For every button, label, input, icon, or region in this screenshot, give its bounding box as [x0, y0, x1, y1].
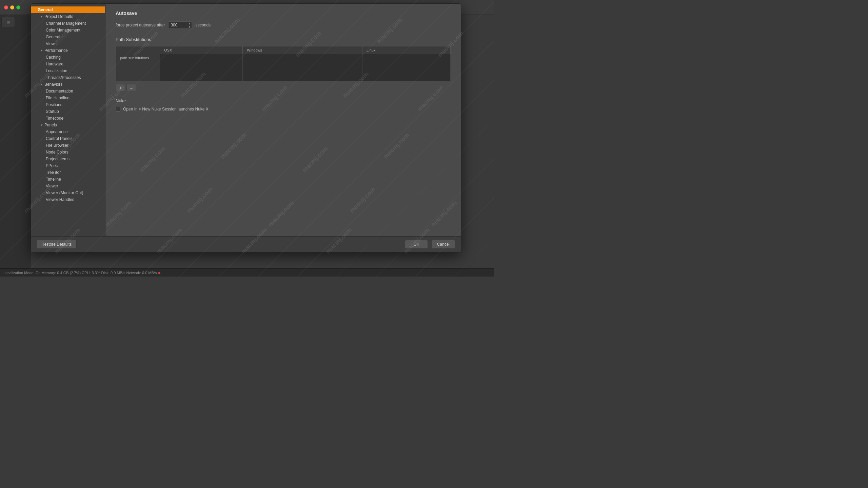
- triangle-behaviors: ▼: [40, 83, 43, 86]
- sidebar-item-ppriec[interactable]: PPriec: [31, 162, 105, 169]
- sidebar-item-general[interactable]: ▼ General: [31, 6, 105, 13]
- sidebar-item-performance[interactable]: ▼ Performance: [31, 47, 105, 54]
- triangle-panels: ▼: [40, 124, 43, 127]
- preferences-footer: Restore Defaults OK Cancel: [31, 236, 461, 252]
- triangle-general: ▼: [34, 8, 36, 12]
- sidebar-item-general-sub[interactable]: General: [31, 34, 105, 40]
- nuke-checkbox-row: Open In > New Nuke Session launches Nuke…: [116, 107, 451, 111]
- sidebar-item-behaviors[interactable]: ▼ Behaviors: [31, 81, 105, 88]
- status-text: Localization Mode: On Memory: 0.4 GB (2.…: [3, 271, 157, 275]
- sidebar-item-viewer[interactable]: Viewer: [31, 183, 105, 189]
- autosave-value: 300: [169, 23, 187, 27]
- panel-icon-properties[interactable]: ⊞: [1, 17, 15, 27]
- autosave-spinbox[interactable]: 300 ▲ ▼: [168, 21, 192, 29]
- ok-button[interactable]: OK: [405, 240, 428, 249]
- sidebar-item-timecode[interactable]: Timecode: [31, 115, 105, 122]
- autosave-row: force project autosave after 300 ▲ ▼ sec…: [116, 21, 451, 29]
- spinbox-down[interactable]: ▼: [187, 25, 192, 28]
- path-sub-row: path substitutions: [116, 54, 451, 81]
- sidebar-item-channel-management[interactable]: Channel Management: [31, 20, 105, 27]
- sidebar-item-node-colors[interactable]: Node Colors: [31, 149, 105, 156]
- nuke-section-title: Nuke: [116, 98, 451, 103]
- preferences-main: Autosave force project autosave after 30…: [105, 4, 461, 236]
- left-panel: ⊞: [0, 15, 31, 268]
- sidebar-item-project-defaults[interactable]: ▼ Project Defaults: [31, 13, 105, 20]
- sidebar-item-file-browser[interactable]: File Browser: [31, 142, 105, 149]
- triangle-performance: ▼: [40, 49, 43, 52]
- preferences-dialog: ▼ General ▼ Project Defaults Channel Man…: [31, 3, 461, 252]
- sidebar-item-caching[interactable]: Caching: [31, 54, 105, 61]
- sidebar-item-viewer-handles[interactable]: Viewer Handles: [31, 196, 105, 203]
- triangle-project-defaults: ▼: [40, 15, 43, 18]
- sidebar-item-color-management[interactable]: Color Management: [31, 27, 105, 34]
- add-path-button[interactable]: +: [116, 84, 125, 92]
- preferences-sidebar: ▼ General ▼ Project Defaults Channel Man…: [31, 4, 105, 236]
- footer-actions: OK Cancel: [405, 240, 455, 249]
- autosave-section-title: Autosave: [116, 11, 451, 16]
- sidebar-item-viewer-monitor-out[interactable]: Viewer (Monitor Out): [31, 189, 105, 196]
- traffic-lights: [4, 5, 20, 9]
- sidebar-item-threads-processes[interactable]: Threads/Processes: [31, 74, 105, 81]
- sidebar-item-file-handling[interactable]: File Handling: [31, 95, 105, 101]
- col-header-windows: Windows: [243, 46, 362, 54]
- col-header-linux: Linux: [362, 46, 451, 54]
- cancel-button[interactable]: Cancel: [431, 240, 455, 249]
- sidebar-item-control-panels[interactable]: Control Panels: [31, 135, 105, 142]
- path-substitutions-table: OSX Windows Linux path substitutions: [116, 46, 451, 81]
- path-sub-osx-cell[interactable]: [160, 54, 243, 81]
- seconds-label: seconds: [195, 23, 211, 27]
- status-error-indicator: ■: [158, 271, 160, 275]
- sidebar-item-localization[interactable]: Localization: [31, 67, 105, 74]
- path-sub-section-title: Path Substitutions: [116, 37, 451, 42]
- sidebar-item-panels[interactable]: ▼ Panels: [31, 122, 105, 128]
- restore-defaults-button[interactable]: Restore Defaults: [36, 240, 77, 249]
- sidebar-item-hardware[interactable]: Hardware: [31, 61, 105, 67]
- table-buttons: + –: [116, 84, 451, 92]
- nuke-checkbox-label: Open In > New Nuke Session launches Nuke…: [123, 107, 209, 111]
- path-sub-row-label: path substitutions: [116, 54, 160, 81]
- maximize-button[interactable]: [16, 5, 20, 9]
- sidebar-item-documentation[interactable]: Documentation: [31, 88, 105, 95]
- sidebar-item-project-items[interactable]: Project Items: [31, 156, 105, 162]
- sidebar-item-views[interactable]: Views: [31, 40, 105, 47]
- sidebar-item-tree-itor[interactable]: Tree itor: [31, 169, 105, 176]
- col-header-osx: OSX: [160, 46, 243, 54]
- remove-path-button[interactable]: –: [126, 84, 136, 92]
- path-sub-linux-cell[interactable]: [362, 54, 451, 81]
- sidebar-item-appearance[interactable]: Appearance: [31, 128, 105, 135]
- spinbox-up[interactable]: ▲: [187, 22, 192, 25]
- minimize-button[interactable]: [10, 5, 14, 9]
- spinbox-arrows: ▲ ▼: [187, 22, 192, 28]
- nuke-checkbox[interactable]: [116, 107, 120, 111]
- sidebar-item-positions[interactable]: Positions: [31, 101, 105, 108]
- sidebar-item-timeline[interactable]: Timeline: [31, 176, 105, 183]
- path-sub-windows-cell[interactable]: [243, 54, 362, 81]
- status-bar: Localization Mode: On Memory: 0.4 GB (2.…: [0, 268, 494, 277]
- col-header-label: [116, 46, 160, 54]
- sidebar-item-startup[interactable]: Startup: [31, 108, 105, 115]
- autosave-label: force project autosave after: [116, 23, 165, 27]
- close-button[interactable]: [4, 5, 8, 9]
